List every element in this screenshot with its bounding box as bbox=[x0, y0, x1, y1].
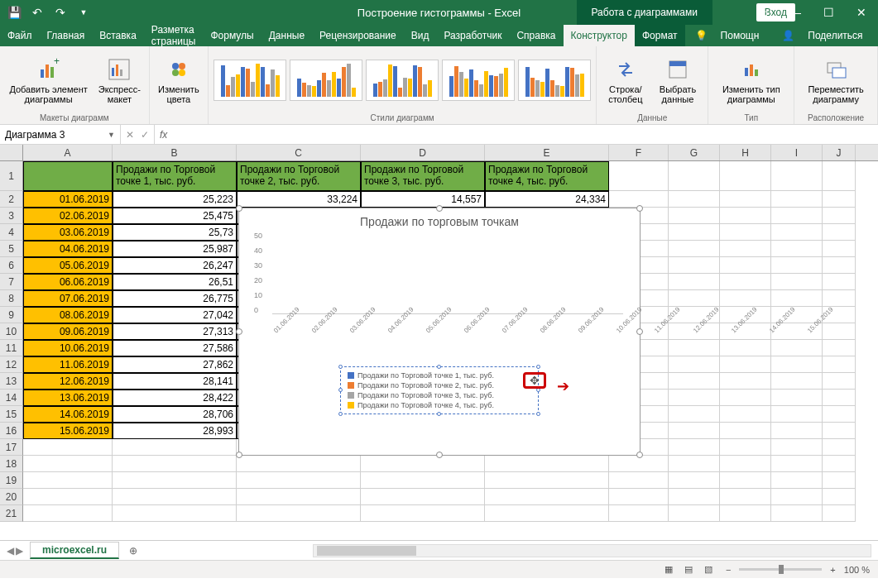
col-header[interactable]: H bbox=[720, 145, 771, 160]
select-data-button[interactable]: Выбрать данные bbox=[653, 55, 703, 106]
cell[interactable]: 28,706 bbox=[113, 406, 237, 423]
cell[interactable] bbox=[669, 489, 720, 505]
cell[interactable]: 05.06.2019 bbox=[23, 257, 113, 274]
cell[interactable] bbox=[823, 224, 856, 241]
legend-item[interactable]: Продажи по Торговой точке 2, тыс. руб. bbox=[348, 380, 531, 390]
cell[interactable]: 28,141 bbox=[113, 373, 237, 390]
cell[interactable] bbox=[823, 373, 856, 390]
cell[interactable] bbox=[823, 208, 856, 224]
cell[interactable] bbox=[113, 439, 237, 456]
cell[interactable] bbox=[823, 161, 856, 191]
row-header[interactable]: 8 bbox=[0, 290, 23, 307]
cell[interactable] bbox=[361, 472, 485, 489]
cell[interactable] bbox=[823, 406, 856, 423]
normal-view-icon[interactable]: ▦ bbox=[660, 562, 678, 577]
row-header[interactable]: 9 bbox=[0, 307, 23, 323]
cell[interactable] bbox=[669, 390, 720, 406]
row-header[interactable]: 14 bbox=[0, 390, 23, 406]
cell[interactable] bbox=[669, 340, 720, 356]
cell[interactable] bbox=[720, 161, 771, 191]
cell[interactable]: 09.06.2019 bbox=[23, 323, 113, 340]
ribbon-options-icon[interactable]: ▭ bbox=[746, 0, 779, 25]
cell[interactable] bbox=[669, 472, 720, 489]
cell[interactable] bbox=[669, 505, 720, 522]
cell[interactable] bbox=[485, 472, 609, 489]
row-header[interactable]: 10 bbox=[0, 323, 23, 340]
cell[interactable] bbox=[23, 439, 113, 456]
row-header[interactable]: 6 bbox=[0, 257, 23, 274]
cancel-formula-icon[interactable]: ✕ bbox=[126, 129, 134, 141]
cell[interactable] bbox=[23, 456, 113, 472]
cell[interactable]: 25,475 bbox=[113, 208, 237, 224]
cell[interactable] bbox=[669, 406, 720, 423]
close-icon[interactable]: ✕ bbox=[845, 0, 878, 25]
cell[interactable] bbox=[771, 241, 823, 257]
cell[interactable] bbox=[609, 489, 669, 505]
cell[interactable] bbox=[720, 439, 771, 456]
chart-style-thumb[interactable] bbox=[442, 60, 515, 101]
cell[interactable]: 24,334 bbox=[485, 191, 609, 208]
tab-layout[interactable]: Разметка страницы bbox=[144, 25, 204, 46]
sheet-nav[interactable]: ◀▶ bbox=[7, 545, 23, 557]
formula-input[interactable] bbox=[172, 125, 878, 144]
cell[interactable] bbox=[485, 505, 609, 522]
minimize-icon[interactable]: — bbox=[779, 0, 812, 25]
cell[interactable] bbox=[771, 390, 823, 406]
row-header[interactable]: 17 bbox=[0, 439, 23, 456]
cell[interactable] bbox=[669, 224, 720, 241]
cell[interactable]: 27,042 bbox=[113, 307, 237, 323]
cell[interactable] bbox=[720, 290, 771, 307]
cell[interactable] bbox=[720, 423, 771, 439]
chart-legend[interactable]: Продажи по Торговой точке 1, тыс. руб.Пр… bbox=[340, 366, 539, 414]
cell[interactable] bbox=[720, 406, 771, 423]
cell[interactable] bbox=[771, 274, 823, 290]
row-header[interactable]: 4 bbox=[0, 224, 23, 241]
tab-view[interactable]: Вид bbox=[404, 25, 437, 46]
tab-review[interactable]: Рецензирование bbox=[312, 25, 404, 46]
cell[interactable]: 25,223 bbox=[113, 191, 237, 208]
cell[interactable] bbox=[771, 373, 823, 390]
cell[interactable] bbox=[771, 505, 823, 522]
cell[interactable]: 25,987 bbox=[113, 241, 237, 257]
legend-item[interactable]: Продажи по Торговой точке 3, тыс. руб. bbox=[348, 390, 531, 400]
tab-developer[interactable]: Разработчик bbox=[436, 25, 509, 46]
cell[interactable] bbox=[23, 489, 113, 505]
col-header[interactable]: F bbox=[609, 145, 669, 160]
cell[interactable] bbox=[113, 456, 237, 472]
tab-data[interactable]: Данные bbox=[261, 25, 312, 46]
cell[interactable] bbox=[669, 191, 720, 208]
tell-me-button[interactable]: 💡Помощн bbox=[685, 30, 770, 41]
cell[interactable] bbox=[720, 257, 771, 274]
cell[interactable] bbox=[361, 489, 485, 505]
cell[interactable]: 02.06.2019 bbox=[23, 208, 113, 224]
cell[interactable]: 03.06.2019 bbox=[23, 224, 113, 241]
cell[interactable] bbox=[23, 161, 113, 191]
cell[interactable]: 27,862 bbox=[113, 356, 237, 373]
cell[interactable] bbox=[361, 505, 485, 522]
cell[interactable] bbox=[720, 323, 771, 340]
row-header[interactable]: 19 bbox=[0, 472, 23, 489]
chart-style-thumb[interactable] bbox=[290, 60, 362, 101]
cell[interactable]: Продажи по Торговой точке 1, тыс. руб. bbox=[113, 161, 237, 191]
row-header[interactable]: 20 bbox=[0, 489, 23, 505]
cell[interactable] bbox=[720, 208, 771, 224]
cell[interactable] bbox=[771, 472, 823, 489]
accept-formula-icon[interactable]: ✓ bbox=[141, 129, 149, 141]
qat-dropdown-icon[interactable]: ▼ bbox=[73, 2, 94, 23]
cell[interactable]: 28,422 bbox=[113, 390, 237, 406]
cell[interactable] bbox=[669, 257, 720, 274]
cell[interactable] bbox=[669, 241, 720, 257]
col-header[interactable]: C bbox=[237, 145, 361, 160]
chart-style-thumb[interactable] bbox=[518, 60, 591, 101]
cell[interactable] bbox=[609, 505, 669, 522]
cell[interactable] bbox=[23, 505, 113, 522]
move-chart-button[interactable]: Переместить диаграмму bbox=[799, 55, 872, 106]
cell[interactable]: 11.06.2019 bbox=[23, 356, 113, 373]
sheet-tab-active[interactable]: microexcel.ru bbox=[30, 542, 119, 559]
chart-plot-area[interactable]: 01020304050 bbox=[256, 232, 623, 314]
cell[interactable]: 06.06.2019 bbox=[23, 274, 113, 290]
cell[interactable]: 25,73 bbox=[113, 224, 237, 241]
cell[interactable] bbox=[669, 373, 720, 390]
cell[interactable]: 15.06.2019 bbox=[23, 423, 113, 439]
cell[interactable] bbox=[609, 472, 669, 489]
